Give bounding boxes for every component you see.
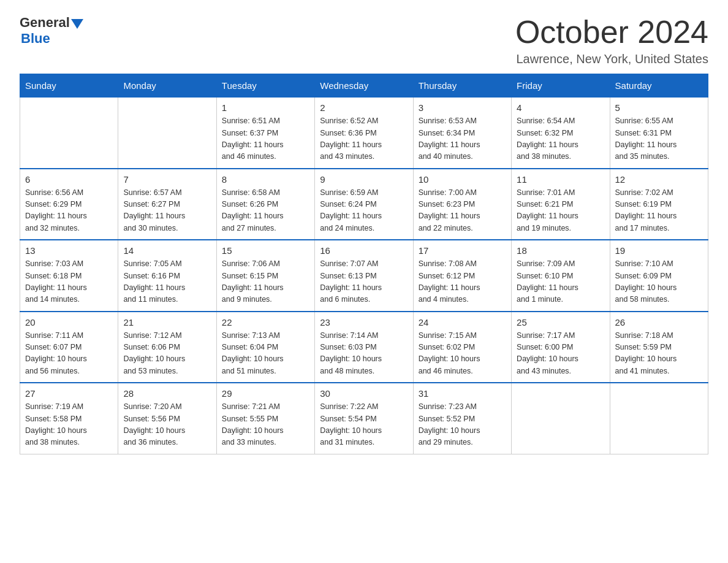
day-info: Sunrise: 7:19 AMSunset: 5:58 PMDaylight:… [25,401,113,449]
day-number: 6 [25,174,113,185]
day-number: 10 [419,174,506,185]
calendar-header-thursday: Thursday [413,74,511,98]
calendar-cell: 1Sunrise: 6:51 AMSunset: 6:37 PMDaylight… [216,98,314,169]
day-info: Sunrise: 7:02 AMSunset: 6:19 PMDaylight:… [615,187,703,235]
day-info: Sunrise: 6:57 AMSunset: 6:27 PMDaylight:… [123,187,211,235]
location-title: Lawrence, New York, United States [515,52,708,66]
day-number: 16 [320,245,408,256]
calendar-cell [610,383,708,454]
day-number: 25 [517,317,604,327]
day-number: 2 [320,102,408,113]
day-number: 23 [320,317,408,327]
day-number: 24 [419,317,506,327]
calendar-cell [118,98,216,169]
day-number: 14 [123,245,211,256]
calendar-header-wednesday: Wednesday [315,74,413,98]
day-info: Sunrise: 7:08 AMSunset: 6:12 PMDaylight:… [419,258,506,306]
logo-blue-text: Blue [20,31,83,47]
calendar-cell [20,98,118,169]
calendar-cell: 18Sunrise: 7:09 AMSunset: 6:10 PMDayligh… [512,240,610,312]
calendar-cell: 8Sunrise: 6:58 AMSunset: 6:26 PMDaylight… [216,169,314,240]
calendar-cell: 23Sunrise: 7:14 AMSunset: 6:03 PMDayligh… [315,312,413,383]
calendar-header-tuesday: Tuesday [216,74,314,98]
day-info: Sunrise: 7:21 AMSunset: 5:55 PMDaylight:… [222,401,309,449]
day-info: Sunrise: 7:20 AMSunset: 5:56 PMDaylight:… [123,401,211,449]
day-info: Sunrise: 7:11 AMSunset: 6:07 PMDaylight:… [25,330,113,378]
calendar-cell: 2Sunrise: 6:52 AMSunset: 6:36 PMDaylight… [315,98,413,169]
calendar-cell: 22Sunrise: 7:13 AMSunset: 6:04 PMDayligh… [216,312,314,383]
day-number: 17 [419,245,506,256]
logo: General Blue [20,15,83,47]
calendar-cell: 21Sunrise: 7:12 AMSunset: 6:06 PMDayligh… [118,312,216,383]
day-number: 29 [222,388,309,399]
day-info: Sunrise: 7:05 AMSunset: 6:16 PMDaylight:… [123,258,211,306]
day-number: 22 [222,317,309,327]
day-number: 9 [320,174,408,185]
calendar-week-row: 13Sunrise: 7:03 AMSunset: 6:18 PMDayligh… [20,240,708,312]
day-info: Sunrise: 6:53 AMSunset: 6:34 PMDaylight:… [419,115,506,163]
calendar-cell: 9Sunrise: 6:59 AMSunset: 6:24 PMDaylight… [315,169,413,240]
day-info: Sunrise: 6:54 AMSunset: 6:32 PMDaylight:… [517,115,604,163]
day-info: Sunrise: 7:18 AMSunset: 5:59 PMDaylight:… [615,330,703,378]
calendar-cell: 25Sunrise: 7:17 AMSunset: 6:00 PMDayligh… [512,312,610,383]
calendar-week-row: 1Sunrise: 6:51 AMSunset: 6:37 PMDaylight… [20,98,708,169]
calendar-cell: 19Sunrise: 7:10 AMSunset: 6:09 PMDayligh… [610,240,708,312]
calendar-week-row: 27Sunrise: 7:19 AMSunset: 5:58 PMDayligh… [20,383,708,454]
calendar-cell: 30Sunrise: 7:22 AMSunset: 5:54 PMDayligh… [315,383,413,454]
day-info: Sunrise: 6:59 AMSunset: 6:24 PMDaylight:… [320,187,408,235]
day-number: 1 [222,102,309,113]
calendar-header-sunday: Sunday [20,74,118,98]
day-info: Sunrise: 7:12 AMSunset: 6:06 PMDaylight:… [123,330,211,378]
day-number: 3 [419,102,506,113]
day-number: 19 [615,245,703,256]
calendar-cell: 3Sunrise: 6:53 AMSunset: 6:34 PMDaylight… [413,98,511,169]
day-info: Sunrise: 7:14 AMSunset: 6:03 PMDaylight:… [320,330,408,378]
day-info: Sunrise: 7:17 AMSunset: 6:00 PMDaylight:… [517,330,604,378]
day-number: 28 [123,388,211,399]
day-info: Sunrise: 7:23 AMSunset: 5:52 PMDaylight:… [419,401,506,449]
day-info: Sunrise: 7:06 AMSunset: 6:15 PMDaylight:… [222,258,309,306]
day-number: 31 [419,388,506,399]
calendar-cell: 24Sunrise: 7:15 AMSunset: 6:02 PMDayligh… [413,312,511,383]
day-number: 26 [615,317,703,327]
calendar-cell: 28Sunrise: 7:20 AMSunset: 5:56 PMDayligh… [118,383,216,454]
calendar-cell: 5Sunrise: 6:55 AMSunset: 6:31 PMDaylight… [610,98,708,169]
logo-triangle-icon [71,19,83,29]
day-info: Sunrise: 7:09 AMSunset: 6:10 PMDaylight:… [517,258,604,306]
calendar-cell: 10Sunrise: 7:00 AMSunset: 6:23 PMDayligh… [413,169,511,240]
day-number: 21 [123,317,211,327]
calendar-cell: 16Sunrise: 7:07 AMSunset: 6:13 PMDayligh… [315,240,413,312]
day-number: 5 [615,102,703,113]
calendar-cell [512,383,610,454]
calendar-cell: 14Sunrise: 7:05 AMSunset: 6:16 PMDayligh… [118,240,216,312]
calendar-cell: 15Sunrise: 7:06 AMSunset: 6:15 PMDayligh… [216,240,314,312]
logo-general-text: General [20,15,70,31]
day-info: Sunrise: 7:01 AMSunset: 6:21 PMDaylight:… [517,187,604,235]
day-info: Sunrise: 7:22 AMSunset: 5:54 PMDaylight:… [320,401,408,449]
page-header: General Blue October 2024 Lawrence, New … [20,15,708,66]
day-info: Sunrise: 6:51 AMSunset: 6:37 PMDaylight:… [222,115,309,163]
calendar-cell: 17Sunrise: 7:08 AMSunset: 6:12 PMDayligh… [413,240,511,312]
day-info: Sunrise: 6:52 AMSunset: 6:36 PMDaylight:… [320,115,408,163]
calendar-cell: 11Sunrise: 7:01 AMSunset: 6:21 PMDayligh… [512,169,610,240]
calendar-cell: 20Sunrise: 7:11 AMSunset: 6:07 PMDayligh… [20,312,118,383]
day-info: Sunrise: 7:03 AMSunset: 6:18 PMDaylight:… [25,258,113,306]
title-block: October 2024 Lawrence, New York, United … [515,15,708,66]
day-number: 7 [123,174,211,185]
calendar-cell: 26Sunrise: 7:18 AMSunset: 5:59 PMDayligh… [610,312,708,383]
day-number: 13 [25,245,113,256]
calendar-header-monday: Monday [118,74,216,98]
calendar-header-saturday: Saturday [610,74,708,98]
day-number: 18 [517,245,604,256]
day-number: 8 [222,174,309,185]
day-number: 11 [517,174,604,185]
calendar-cell: 7Sunrise: 6:57 AMSunset: 6:27 PMDaylight… [118,169,216,240]
day-number: 30 [320,388,408,399]
calendar-cell: 12Sunrise: 7:02 AMSunset: 6:19 PMDayligh… [610,169,708,240]
calendar-cell: 13Sunrise: 7:03 AMSunset: 6:18 PMDayligh… [20,240,118,312]
day-info: Sunrise: 7:15 AMSunset: 6:02 PMDaylight:… [419,330,506,378]
calendar-cell: 31Sunrise: 7:23 AMSunset: 5:52 PMDayligh… [413,383,511,454]
month-title: October 2024 [515,15,708,50]
day-number: 27 [25,388,113,399]
day-info: Sunrise: 6:58 AMSunset: 6:26 PMDaylight:… [222,187,309,235]
